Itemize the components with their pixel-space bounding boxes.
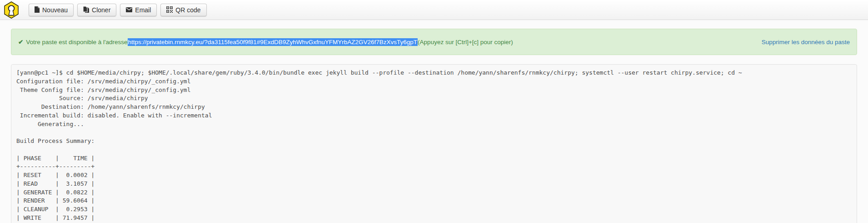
qr-code-icon — [166, 6, 173, 14]
email-label: Email — [135, 6, 151, 14]
paste-text: [yann@pc1 ~]$ cd $HOME/media/chirpy; $HO… — [16, 69, 852, 223]
clone-button[interactable]: Cloner — [77, 4, 116, 16]
privatebin-logo-icon[interactable] — [4, 1, 19, 19]
paste-content-box: [yann@pc1 ~]$ cd $HOME/media/chirpy; $HO… — [11, 64, 857, 223]
top-toolbar: Nouveau Cloner Email — [0, 0, 868, 20]
email-icon — [126, 6, 132, 14]
email-button[interactable]: Email — [120, 4, 157, 16]
qr-code-label: QR code — [175, 6, 200, 14]
clone-label: Cloner — [92, 6, 110, 14]
status-message: Votre paste est disponible à l'adresse — [26, 39, 127, 46]
new-document-icon — [35, 6, 40, 14]
copy-hint: (Appuyez sur [Ctrl]+[c] pour copier) — [418, 39, 513, 46]
qr-code-button[interactable]: QR code — [160, 4, 206, 16]
new-paste-label: Nouveau — [42, 6, 68, 14]
delete-paste-link[interactable]: Supprimer les données du paste — [762, 39, 850, 46]
paste-url-link[interactable]: https://privatebin.rnmkcy.eu/?da3115fea5… — [128, 38, 418, 46]
toolbar-buttons: Nouveau Cloner Email — [29, 4, 207, 16]
status-banner: ✔ Votre paste est disponible à l'adresse… — [11, 29, 857, 55]
check-icon: ✔ — [18, 38, 23, 46]
new-paste-button[interactable]: Nouveau — [29, 4, 74, 16]
clone-icon — [83, 6, 89, 14]
